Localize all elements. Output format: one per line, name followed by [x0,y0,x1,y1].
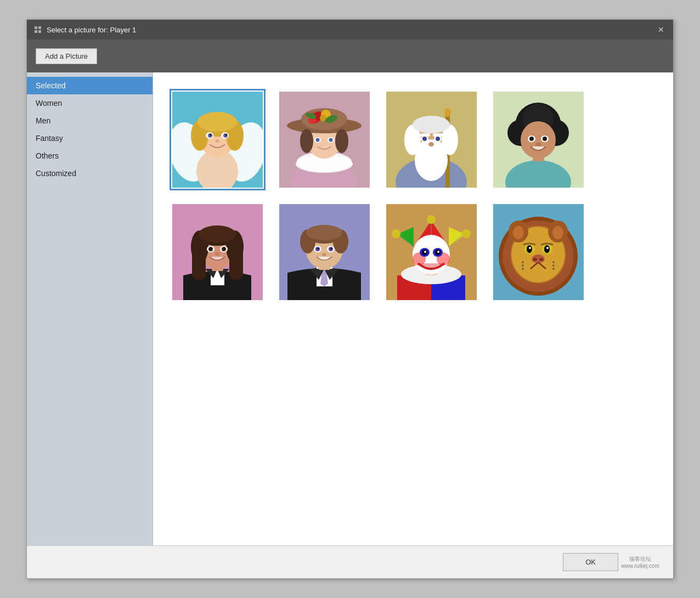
sidebar-item-selected[interactable]: Selected [27,77,153,94]
svg-point-45 [444,108,451,117]
svg-point-19 [225,134,227,136]
svg-point-141 [546,247,549,249]
svg-point-155 [552,226,563,239]
svg-point-41 [335,129,348,153]
pictures-grid [164,83,662,308]
svg-point-116 [462,229,471,238]
svg-point-109 [318,248,319,250]
add-picture-button[interactable]: Add a Picture [36,48,97,64]
svg-point-148 [522,268,524,270]
content-area [153,72,673,545]
svg-point-140 [529,247,531,249]
close-button[interactable]: ✕ [656,24,667,35]
svg-point-149 [552,261,555,263]
svg-point-144 [533,258,537,261]
sidebar-item-men[interactable]: Men [27,112,153,129]
svg-point-18 [210,134,212,136]
watermark: 瑞客论坛 www.ruikej.com [618,555,662,569]
toolbar: Add a Picture [27,40,673,72]
app-icon [33,25,42,34]
picture-jester[interactable] [383,201,479,303]
svg-point-138 [527,245,532,253]
sidebar-item-others[interactable]: Others [27,147,153,165]
svg-point-129 [437,251,439,253]
picture-businesswoman[interactable] [170,201,266,303]
svg-point-53 [413,116,450,133]
sidebar-item-customized[interactable]: Customized [27,165,153,182]
svg-point-146 [522,261,524,263]
picture-angel[interactable] [170,89,266,190]
svg-point-114 [427,215,436,224]
svg-point-40 [300,129,313,153]
svg-point-115 [392,229,400,238]
picture-lady-hat[interactable] [276,89,372,190]
svg-rect-1 [38,26,41,29]
svg-point-38 [316,138,320,142]
svg-rect-58 [420,133,430,137]
picture-lion[interactable] [490,201,586,303]
main-window: Select a picture for: Player 1 ✕ Add a P… [26,19,674,579]
svg-point-93 [211,248,212,250]
svg-point-60 [428,142,434,146]
svg-point-150 [552,264,555,267]
svg-rect-3 [38,30,41,33]
main-content: Selected Women Men Fantasy Others Custom… [27,72,673,545]
svg-point-57 [436,137,440,141]
svg-rect-88 [229,247,243,280]
ok-button[interactable]: OK [563,553,618,571]
svg-point-76 [545,138,546,139]
svg-point-77 [535,143,541,146]
sidebar-item-women[interactable]: Women [27,94,153,112]
svg-point-147 [522,264,524,267]
svg-rect-87 [192,247,206,280]
svg-point-13 [197,112,237,132]
svg-point-86 [199,225,236,243]
svg-point-111 [322,253,326,256]
svg-point-151 [552,268,555,270]
svg-point-145 [539,258,544,261]
picture-wizard[interactable] [383,89,479,190]
svg-point-39 [329,138,333,142]
sidebar: Selected Women Men Fantasy Others Custom… [27,72,153,545]
title-bar: Select a picture for: Player 1 ✕ [27,20,673,40]
svg-point-95 [215,252,219,256]
svg-point-20 [215,139,219,143]
svg-point-139 [544,245,550,253]
svg-point-154 [513,226,524,239]
picture-woman2[interactable] [490,89,586,190]
svg-point-128 [424,251,426,253]
svg-point-56 [422,137,427,141]
window-title: Select a picture for: Player 1 [47,26,136,34]
svg-point-104 [306,225,342,240]
footer: OK 瑞客论坛 www.ruikej.com [27,545,673,578]
svg-point-94 [224,248,225,250]
svg-rect-2 [35,30,37,33]
svg-rect-0 [35,26,37,29]
svg-point-75 [532,138,533,139]
svg-point-70 [521,121,556,159]
svg-rect-59 [433,133,443,137]
picture-businessman[interactable] [276,201,372,303]
svg-point-110 [331,248,332,250]
sidebar-item-fantasy[interactable]: Fantasy [27,129,153,147]
